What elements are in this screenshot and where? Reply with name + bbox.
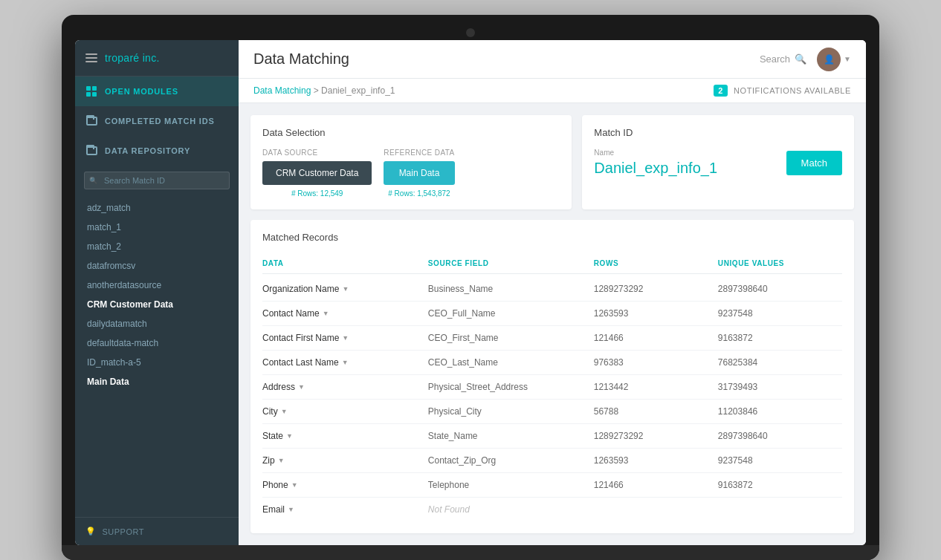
reference-data-group: Reference Data Main Data # Rows: 1,543,8… bbox=[384, 149, 454, 198]
table-row: City ▼Physical_City5678811203846 bbox=[262, 400, 842, 424]
sidebar-list-item[interactable]: datafromcsv bbox=[75, 256, 239, 276]
grid-icon bbox=[85, 85, 97, 97]
table-cell-rows: 56788 bbox=[594, 406, 718, 417]
breadcrumb-root[interactable]: Data Matching bbox=[253, 85, 311, 96]
support-label: SUPPORT bbox=[103, 527, 144, 536]
table-header-cell: ROWS bbox=[594, 259, 718, 267]
sidebar-list-item[interactable]: ID_match-a-5 bbox=[75, 353, 239, 372]
match-id-title: Match ID bbox=[594, 127, 842, 138]
field-name: City bbox=[262, 406, 278, 417]
match-button[interactable]: Match bbox=[786, 151, 842, 175]
table-cell-data: Contact First Name ▼ bbox=[262, 333, 428, 343]
dropdown-arrow-icon[interactable]: ▼ bbox=[286, 432, 293, 440]
table-body: Organization Name ▼Business_Name12892732… bbox=[262, 277, 842, 521]
field-name: Contact First Name bbox=[262, 333, 339, 343]
table-cell-rows: 1289273292 bbox=[594, 284, 718, 294]
sidebar-list-item[interactable]: dailydatamatch bbox=[75, 314, 239, 333]
sidebar: troparé inc. OPEN MODULES COMPLET bbox=[75, 40, 239, 545]
notification-badge: 2 NOTIFICATIONS AVAILABLE bbox=[714, 85, 851, 97]
field-name: Phone bbox=[262, 480, 288, 490]
table-cell-source: Telephone bbox=[428, 480, 594, 490]
table-cell-data: State ▼ bbox=[262, 431, 428, 441]
table-row: State ▼State_Name12892732922897398640 bbox=[262, 424, 842, 449]
data-source-rows: # Rows: 12,549 bbox=[262, 189, 372, 198]
topbar-right: Search 🔍 👤 ▼ bbox=[760, 48, 851, 71]
sidebar-list-item[interactable]: match_1 bbox=[75, 218, 239, 237]
field-name: Contact Name bbox=[262, 308, 320, 319]
sidebar-item-open-modules[interactable]: OPEN MODULES bbox=[75, 76, 239, 106]
search-wrap bbox=[84, 172, 230, 189]
table-row: Phone ▼Telephone1214669163872 bbox=[262, 473, 842, 498]
crm-customer-data-button[interactable]: CRM Customer Data bbox=[262, 161, 372, 185]
table-cell-source: CEO_Full_Name bbox=[428, 308, 594, 319]
reference-data-rows: # Rows: 1,543,872 bbox=[384, 189, 454, 198]
dropdown-arrow-icon[interactable]: ▼ bbox=[342, 285, 349, 293]
table-cell-source: State_Name bbox=[428, 431, 594, 441]
matched-records-card: Matched Records DATASOURCE FIELDROWSUNIQ… bbox=[250, 220, 854, 533]
match-id-name-label: Name bbox=[594, 149, 717, 157]
breadcrumb-separator: > bbox=[314, 85, 321, 96]
support-icon: 💡 bbox=[85, 527, 97, 536]
dropdown-arrow-icon[interactable]: ▼ bbox=[278, 457, 285, 464]
notification-count: 2 bbox=[714, 85, 728, 97]
reference-data-label: Reference Data bbox=[384, 149, 454, 157]
sidebar-list-item[interactable]: anotherdatasource bbox=[75, 276, 239, 295]
sidebar-list-item[interactable]: CRM Customer Data bbox=[75, 295, 239, 314]
sidebar-list-item[interactable]: adz_match bbox=[75, 198, 239, 218]
app-container: troparé inc. OPEN MODULES COMPLET bbox=[75, 40, 866, 545]
laptop-screen: troparé inc. OPEN MODULES COMPLET bbox=[75, 40, 866, 545]
notification-label: NOTIFICATIONS AVAILABLE bbox=[734, 86, 851, 95]
breadcrumb-current: Daniel_exp_info_1 bbox=[321, 85, 395, 96]
table-row: Zip ▼Contact_Zip_Org12635939237548 bbox=[262, 449, 842, 473]
table-cell-data: City ▼ bbox=[262, 406, 428, 417]
sidebar-support[interactable]: 💡 SUPPORT bbox=[75, 517, 239, 545]
dropdown-arrow-icon[interactable]: ▼ bbox=[288, 506, 294, 513]
table-cell-data: Organization Name ▼ bbox=[262, 284, 428, 294]
main-data-button[interactable]: Main Data bbox=[384, 161, 454, 185]
dropdown-arrow-icon[interactable]: ▼ bbox=[281, 408, 288, 415]
table-cell-rows: 121466 bbox=[594, 333, 718, 343]
topbar-search[interactable]: Search 🔍 bbox=[760, 53, 806, 65]
search-match-id-input[interactable] bbox=[84, 172, 230, 189]
data-selection-title: Data Selection bbox=[262, 127, 560, 138]
sidebar-item-data-repository[interactable]: DATA REPOSITORY bbox=[75, 136, 239, 166]
sidebar-list-item[interactable]: defaultdata-match bbox=[75, 333, 239, 353]
table-cell-unique: 2897398640 bbox=[718, 284, 842, 294]
sidebar-list: adz_matchmatch_1match_2datafromcsvanothe… bbox=[75, 195, 239, 517]
table-cell-data: Contact Name ▼ bbox=[262, 308, 428, 319]
search-label: Search bbox=[760, 53, 790, 65]
table-cell-source: Not Found bbox=[428, 504, 594, 515]
table-cell-source: CEO_First_Name bbox=[428, 333, 594, 343]
sidebar-list-item[interactable]: Main Data bbox=[75, 372, 239, 391]
dropdown-arrow-icon[interactable]: ▼ bbox=[298, 383, 305, 391]
sidebar-header: troparé inc. bbox=[75, 40, 239, 76]
dropdown-arrow-icon[interactable]: ▼ bbox=[323, 310, 329, 317]
table-cell-unique: 9163872 bbox=[718, 333, 842, 343]
dropdown-arrow-icon[interactable]: ▼ bbox=[342, 359, 349, 366]
table-header-cell: UNIQUE VALUES bbox=[718, 259, 842, 267]
table-row: Contact Name ▼CEO_Full_Name1263593923754… bbox=[262, 302, 842, 326]
match-id-name-value: Daniel_exp_info_1 bbox=[594, 160, 717, 177]
laptop-base bbox=[62, 545, 879, 560]
hamburger-icon[interactable] bbox=[85, 53, 97, 62]
field-name: Zip bbox=[262, 455, 275, 466]
user-avatar: 👤 bbox=[817, 48, 841, 71]
dropdown-arrow-icon[interactable]: ▼ bbox=[342, 334, 349, 342]
completed-match-ids-label: COMPLETED MATCH IDs bbox=[105, 117, 215, 126]
table-cell-unique: 76825384 bbox=[718, 357, 842, 368]
table-row: Address ▼Physical_Street_Address12134423… bbox=[262, 375, 842, 400]
search-icon[interactable]: 🔍 bbox=[795, 53, 806, 65]
table-row: Organization Name ▼Business_Name12892732… bbox=[262, 277, 842, 302]
match-id-content: Name Daniel_exp_info_1 Match bbox=[594, 149, 842, 177]
table-cell-source: Business_Name bbox=[428, 284, 594, 294]
open-modules-label: OPEN MODULES bbox=[105, 87, 178, 96]
sidebar-list-item[interactable]: match_2 bbox=[75, 237, 239, 256]
folder-open-icon bbox=[85, 145, 97, 157]
avatar-wrap[interactable]: 👤 ▼ bbox=[817, 48, 851, 71]
avatar-dropdown-icon[interactable]: ▼ bbox=[844, 55, 851, 63]
dropdown-arrow-icon[interactable]: ▼ bbox=[291, 481, 298, 489]
table-cell-rows: 121466 bbox=[594, 480, 718, 490]
sidebar-search-container bbox=[75, 166, 239, 195]
sidebar-item-completed-match-ids[interactable]: COMPLETED MATCH IDs bbox=[75, 106, 239, 136]
sidebar-logo: troparé inc. bbox=[105, 52, 160, 64]
